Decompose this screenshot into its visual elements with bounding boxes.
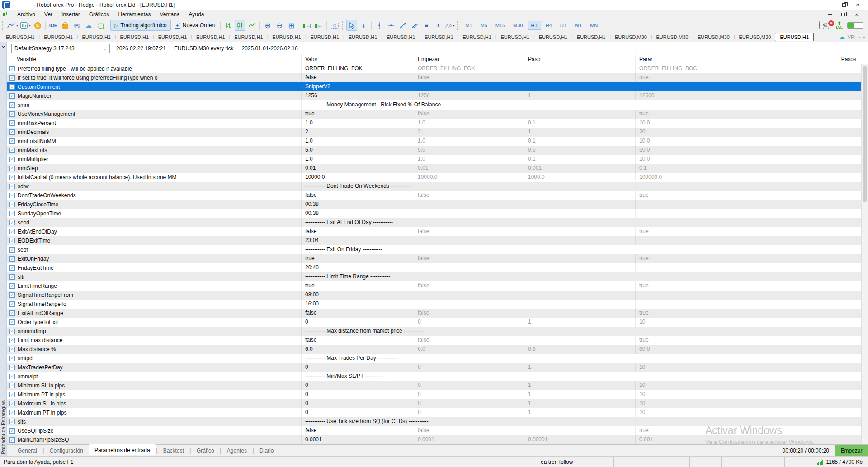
stop-cell[interactable]: true	[636, 110, 746, 119]
param-row[interactable]: ExitOnFridaytruefalsetrue	[7, 254, 861, 263]
start-cell[interactable]: 0	[414, 363, 524, 372]
stop-cell[interactable]: ORDER_FILLING_BOC	[636, 64, 746, 73]
stop-cell[interactable]	[636, 200, 746, 209]
chart-tab[interactable]: EURUSD,H1	[535, 33, 572, 41]
value-cell[interactable]: 08:00	[302, 291, 414, 300]
toolbar-drag-handle[interactable]	[342, 21, 344, 30]
row-checkbox[interactable]	[9, 211, 15, 216]
value-cell[interactable]: 1.0	[302, 119, 414, 128]
param-row[interactable]: ExitAtEndOfDayfalsefalsetrue	[7, 227, 861, 236]
timeframe-d1[interactable]: D1	[557, 21, 570, 30]
start-cell[interactable]: 0	[414, 381, 524, 390]
section-row[interactable]: slts----------- Use Tick size from SQ (f…	[7, 417, 861, 426]
mdi-minimize-button[interactable]	[823, 10, 836, 19]
signals-icon[interactable]: ((●))	[71, 20, 82, 31]
steps-cell[interactable]	[746, 200, 861, 209]
steps-cell[interactable]	[746, 110, 861, 119]
steps-cell[interactable]	[746, 137, 861, 146]
steps-cell[interactable]	[746, 209, 861, 218]
step-cell[interactable]	[524, 64, 636, 73]
start-cell[interactable]: ORDER_FILLING_FOK	[414, 64, 524, 73]
stop-cell[interactable]: 10	[636, 363, 746, 372]
row-checkbox[interactable]	[9, 84, 15, 90]
step-cell[interactable]	[524, 191, 636, 200]
chart-tab[interactable]: EURUSD,H1	[2, 33, 39, 41]
start-cell[interactable]	[414, 300, 524, 309]
row-checkbox[interactable]	[9, 437, 15, 443]
row-checkbox[interactable]	[9, 256, 15, 262]
tester-tab-parámetros-de-entrada[interactable]: Parámetros de entrada	[89, 444, 156, 455]
start-cell[interactable]: 0.0001	[414, 435, 524, 444]
steps-cell[interactable]	[746, 164, 861, 173]
screenshot-icon[interactable]	[329, 20, 340, 31]
step-cell[interactable]	[524, 291, 636, 300]
value-cell[interactable]: 10000.0	[302, 173, 414, 182]
chart-tab[interactable]: EURUSD,H1	[344, 33, 382, 41]
row-checkbox[interactable]	[9, 102, 15, 108]
param-row[interactable]: Minimum PT in pips00110	[7, 390, 861, 399]
col-valor[interactable]: Valor	[302, 55, 414, 64]
market-bag-icon[interactable]	[60, 20, 71, 31]
start-cell[interactable]: false	[414, 281, 524, 291]
stop-cell[interactable]	[636, 263, 746, 272]
section-row[interactable]: seod----------- Exit At End Of Day -----…	[7, 218, 861, 227]
value-cell[interactable]: true	[302, 281, 414, 291]
step-cell[interactable]: 0.5	[524, 146, 636, 155]
row-checkbox[interactable]	[9, 238, 15, 243]
row-checkbox[interactable]	[9, 184, 15, 189]
param-row[interactable]: UseMoneyManagementtruefalsetrue	[7, 110, 861, 119]
param-row[interactable]: MainChartPipSizeSQ0.00010.00010.000010.0…	[7, 435, 861, 444]
row-checkbox[interactable]	[9, 410, 15, 415]
stop-cell[interactable]	[636, 82, 746, 91]
timeframe-mn[interactable]: MN	[586, 21, 601, 30]
param-row[interactable]: FridayCloseTime00:38	[7, 200, 861, 209]
value-cell[interactable]: true	[302, 254, 414, 263]
row-checkbox[interactable]	[9, 202, 15, 207]
step-cell[interactable]: 0.6	[524, 345, 636, 354]
param-row[interactable]: MaxTradesPerDay00110	[7, 363, 861, 372]
start-cell[interactable]	[414, 209, 524, 218]
stop-cell[interactable]: 60.0	[636, 345, 746, 354]
line-chart-icon[interactable]	[246, 20, 257, 31]
start-cell[interactable]: false	[414, 73, 524, 82]
row-checkbox[interactable]	[9, 75, 15, 81]
step-cell[interactable]	[524, 227, 636, 236]
lvl-icon[interactable]: ⬆LVL	[836, 21, 843, 29]
row-checkbox[interactable]	[9, 338, 15, 343]
new-order-button[interactable]: + Nueva Orden	[171, 20, 218, 31]
stop-cell[interactable]	[636, 300, 746, 309]
start-cell[interactable]	[414, 263, 524, 272]
row-checkbox[interactable]	[9, 283, 15, 289]
menu-item-gráficos[interactable]: Gráficos	[85, 10, 114, 19]
value-cell[interactable]: 0.0001	[302, 435, 414, 444]
steps-cell[interactable]	[746, 408, 861, 417]
param-row[interactable]: If set to true, it will force using pref…	[7, 73, 861, 82]
strategy-selector[interactable]: DefaultStrategy 3.17.243 ⌄	[11, 44, 110, 53]
timeframe-m1[interactable]: M1	[462, 21, 476, 30]
steps-cell[interactable]	[746, 345, 861, 354]
scrollbar-thumb[interactable]	[863, 66, 867, 202]
chart-tab[interactable]: EURUSD,H1	[420, 33, 458, 41]
start-cell[interactable]: 0	[414, 318, 524, 327]
param-row[interactable]: MagicNumber12561256112560	[7, 91, 861, 100]
chart-tab-active[interactable]: EURUSD,H1	[775, 33, 814, 41]
row-checkbox[interactable]	[9, 138, 15, 144]
chart-tab[interactable]: EURUSD,H1	[40, 33, 77, 41]
ide-icon[interactable]: IDE	[48, 20, 59, 31]
section-row[interactable]: seof----------- Exit On Friday ---------…	[7, 245, 861, 254]
param-row[interactable]: FridayExitTime20:40	[7, 263, 861, 272]
param-row[interactable]: SignalTimeRangeTo16:00	[7, 300, 861, 309]
tester-tab-general[interactable]: General	[12, 446, 42, 455]
col-empezar[interactable]: Empezar	[414, 55, 524, 64]
start-cell[interactable]: false	[414, 227, 524, 236]
value-cell[interactable]: 1.0	[302, 137, 414, 146]
restore-button[interactable]	[837, 1, 851, 9]
chart-tab[interactable]: EURUSD,H1	[307, 33, 344, 41]
steps-cell[interactable]	[746, 227, 861, 236]
close-button[interactable]: ×	[851, 1, 864, 9]
start-cell[interactable]: false	[414, 336, 524, 345]
algo-trading-button[interactable]: ▷ Trading algorítmico	[110, 20, 171, 31]
timeframe-m15[interactable]: M15	[492, 21, 509, 30]
chart-tab[interactable]: EURUSD,M30	[652, 33, 693, 41]
step-cell[interactable]	[524, 200, 636, 209]
